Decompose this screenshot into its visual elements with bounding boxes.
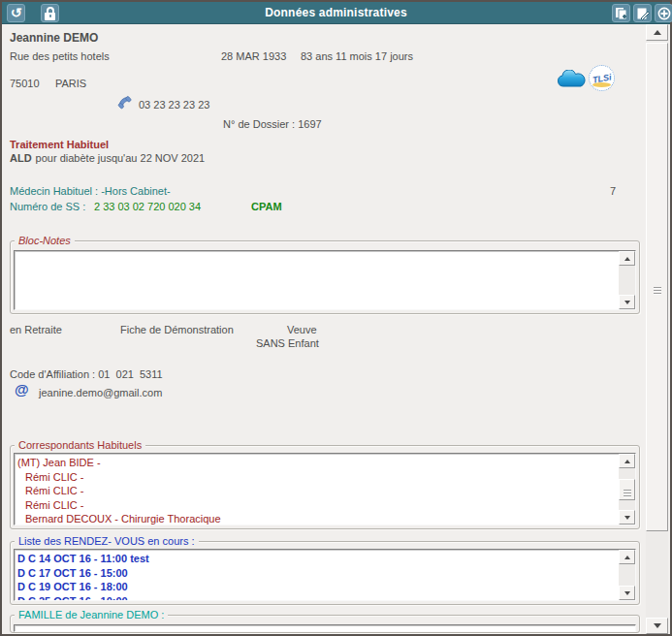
patient-name: Jeannine DEMO: [10, 32, 98, 45]
bloc-notes-input[interactable]: [16, 253, 616, 307]
scroll-down-button[interactable]: [619, 586, 635, 600]
correspondants-scrollbar[interactable]: [619, 454, 635, 525]
rendez-vous-item[interactable]: D C 17 OCT 16 - 15:00: [15, 566, 635, 581]
dossier-number: N° de Dossier : 1697: [223, 118, 322, 131]
caisse-name: CPAM: [251, 201, 282, 213]
phone-icon: [116, 94, 133, 111]
titlebar: ↺ Données administratives: [2, 2, 670, 24]
arrow-up-icon: [654, 30, 661, 35]
bloc-notes-title: Bloc-Notes: [15, 235, 75, 246]
patient-address: Rue des petits hotels: [10, 50, 110, 63]
tlsi-badge-icon[interactable]: TLSi: [589, 65, 615, 91]
correspondant-item[interactable]: Rémi CLIC -: [15, 498, 635, 513]
email-address[interactable]: jeanine.demo@gmail.com: [39, 387, 162, 399]
edit-document-icon: [636, 7, 650, 20]
rendez-vous-item[interactable]: D C 19 OCT 16 - 18:00: [15, 580, 635, 594]
add-button[interactable]: [655, 4, 672, 22]
arrow-up-icon: [624, 556, 630, 559]
correspondant-item[interactable]: Bernard DECOUX - Chirurgie Thoracique: [15, 512, 635, 525]
scroll-up-button[interactable]: [619, 550, 635, 564]
grip-icon: [654, 287, 661, 288]
rendez-vous-scrollbar[interactable]: [619, 550, 635, 600]
rendez-vous-title: Liste des RENDEZ- VOUS en cours :: [15, 535, 199, 547]
ald-text: pour diabète jusqu'au 22 NOV 2021: [36, 152, 206, 164]
main-scrollbar[interactable]: [646, 24, 668, 634]
correspondant-item[interactable]: Rémi CLIC -: [15, 484, 635, 498]
add-icon: [657, 7, 671, 20]
email-at-icon: @: [15, 381, 29, 398]
donnees-administratives-window: ↺ Données administratives: [0, 0, 672, 636]
bloc-notes-box: [14, 250, 636, 310]
rendez-vous-listbox[interactable]: D C 14 OCT 16 - 11:00 test D C 17 OCT 16…: [14, 549, 636, 601]
ss-label: Numéro de SS :: [10, 201, 85, 213]
ald-label: ALD: [10, 152, 32, 164]
arrow-up-icon: [624, 257, 630, 261]
scroll-down-button[interactable]: [619, 510, 635, 525]
cloud-sync-icon[interactable]: [557, 70, 588, 88]
treatment-title: Traitement Habituel: [10, 139, 109, 151]
arrow-down-icon: [654, 623, 661, 628]
arrow-down-icon: [624, 591, 630, 595]
window-title: Données administratives: [2, 6, 670, 19]
copy-plus-icon: [615, 7, 628, 20]
medecin-habituel-line: Médecin Habituel : -Hors Cabinet-: [10, 185, 171, 198]
patient-phone: 03 23 23 23 23: [139, 99, 209, 111]
scroll-up-button[interactable]: [619, 454, 635, 468]
arrow-up-icon: [624, 460, 630, 463]
scroll-up-button[interactable]: [646, 24, 668, 41]
famille-listbox[interactable]: [14, 624, 636, 632]
scroll-up-button[interactable]: [619, 251, 635, 266]
ss-number: 2 33 03 02 720 020 34: [94, 201, 201, 213]
status-children: SANS Enfant: [256, 337, 319, 350]
scroll-thumb[interactable]: [646, 43, 668, 531]
patient-postal-code: 75010: [10, 78, 40, 90]
rendez-vous-item[interactable]: D C 14 OCT 16 - 11:00 test: [15, 552, 635, 566]
arrow-down-icon: [624, 301, 630, 304]
status-demo-sheet: Fiche de Démonstration: [120, 324, 234, 336]
patient-birth-date: 28 MAR 1933: [221, 50, 286, 63]
correspondants-title: Correspondants Habituels: [15, 439, 145, 451]
rendez-vous-item[interactable]: D C 25 OCT 16 - 10:00: [15, 594, 635, 602]
ald-line: ALDpour diabète jusqu'au 22 NOV 2021: [10, 152, 205, 165]
patient-city: PARIS: [55, 78, 86, 90]
record-count: 7: [610, 185, 616, 198]
scroll-down-button[interactable]: [646, 618, 668, 634]
famille-title: FAMILLE de Jeannine DEMO :: [15, 609, 168, 620]
correspondants-listbox[interactable]: (MT) Jean BIDE - Rémi CLIC - Rémi CLIC -…: [14, 453, 636, 525]
patient-age: 83 ans 11 mois 17 jours: [301, 50, 413, 63]
scroll-down-button[interactable]: [619, 295, 635, 309]
status-marital: Veuve: [287, 324, 317, 336]
copy-document-button[interactable]: [612, 4, 630, 22]
affiliation-code: Code d'Affiliation : 01 021 5311: [10, 368, 163, 381]
arrow-down-icon: [624, 516, 630, 520]
status-retirement: en Retraite: [10, 324, 62, 336]
scroll-thumb[interactable]: [619, 479, 635, 500]
correspondant-item[interactable]: Rémi CLIC -: [15, 470, 635, 485]
tlsi-badge-label: TLSi: [592, 72, 612, 84]
grip-icon: [624, 490, 631, 491]
edit-document-button[interactable]: [633, 4, 652, 22]
correspondant-item[interactable]: (MT) Jean BIDE -: [15, 456, 635, 470]
bloc-notes-scrollbar[interactable]: [619, 251, 635, 309]
